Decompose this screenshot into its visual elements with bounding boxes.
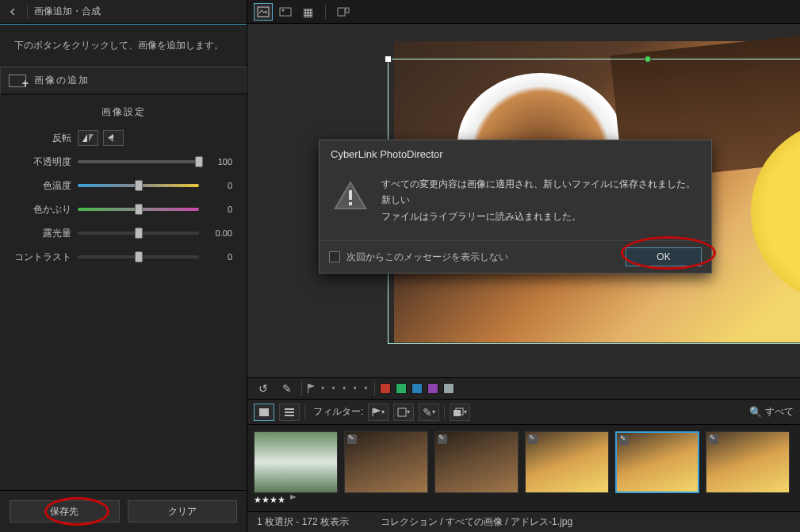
filter-label: フィルター:	[313, 405, 363, 419]
search-box[interactable]: 🔍 すべて	[749, 405, 794, 419]
thumbnail[interactable]	[525, 431, 609, 505]
ok-button[interactable]: OK	[626, 247, 702, 266]
dont-show-checkbox[interactable]: 次回からこのメッセージを表示しない	[329, 251, 508, 264]
rating-dots[interactable]: • • • • •	[321, 383, 369, 394]
thumb-large-button[interactable]	[254, 404, 274, 421]
thumbnail-image-selected[interactable]	[615, 431, 699, 493]
handle-icon[interactable]	[385, 55, 392, 63]
svg-rect-9	[285, 408, 294, 410]
filter-label-button[interactable]: ▾	[393, 404, 414, 421]
thumb-list-button[interactable]	[279, 404, 300, 421]
color-temp-row: 色温度 0	[14, 174, 232, 197]
thumbnail[interactable]	[344, 431, 428, 505]
dialog-line-1: すべての変更内容は画像に適用され、新しいファイルに保存されました。新しい	[381, 176, 699, 209]
canvas-area[interactable]: CyberLink PhotoDirector すべての変更内容は画像に適用され…	[247, 24, 800, 377]
dialog-line-2: ファイルはライブラリーに読み込まれました。	[381, 209, 699, 224]
svg-rect-13	[454, 410, 461, 416]
panel-footer: 保存先 クリア	[0, 490, 247, 532]
add-image-button[interactable]: 画像の追加	[0, 67, 247, 94]
warning-icon	[332, 179, 369, 211]
search-text: すべて	[765, 405, 794, 419]
top-toolbar: ▦	[247, 0, 800, 24]
contrast-row: コントラスト 0	[14, 246, 232, 268]
separator	[325, 5, 326, 19]
color-swatch-gray[interactable]	[443, 383, 454, 394]
stack-button[interactable]: ▾	[450, 404, 470, 421]
tint-label: 色かぶり	[14, 203, 71, 216]
save-to-button[interactable]: 保存先	[10, 500, 120, 522]
exposure-label: 露光量	[14, 227, 71, 240]
dialog: CyberLink PhotoDirector すべての変更内容は画像に適用され…	[319, 140, 712, 274]
thumbnail-image[interactable]	[434, 431, 519, 493]
tint-value: 0	[205, 205, 232, 214]
thumbnail-image[interactable]	[525, 431, 609, 493]
filter-bar: フィルター: ▾ ▾ ✎▾ ▾ 🔍 すべて	[247, 400, 800, 425]
brush-button[interactable]: ✎	[278, 380, 297, 397]
view-grid-button[interactable]: ▦	[298, 3, 317, 21]
thumbnail-image[interactable]	[344, 431, 428, 493]
rotate-handle-icon[interactable]	[645, 55, 652, 63]
status-selection: 1 枚選択 - 172 枚表示	[257, 515, 349, 529]
dialog-footer: 次回からこのメッセージを表示しない OK	[320, 240, 711, 273]
thumbnail[interactable]	[706, 431, 790, 505]
checkbox-icon	[329, 251, 340, 262]
flip-group	[78, 130, 124, 146]
edited-icon	[528, 434, 538, 444]
filter-flag-button[interactable]: ▾	[368, 404, 389, 421]
hint-text: 下のボタンをクリックして、画像を追加します。	[14, 34, 232, 67]
search-icon: 🔍	[749, 406, 762, 418]
edited-icon	[347, 434, 357, 444]
thumbnail-strip: ★★★★	[247, 425, 800, 511]
color-temp-slider[interactable]	[78, 184, 199, 187]
edited-icon	[709, 434, 718, 444]
divider	[27, 5, 28, 19]
color-swatch-blue[interactable]	[411, 383, 423, 394]
contrast-label: コントラスト	[14, 251, 71, 264]
thumbnail-image[interactable]	[706, 431, 790, 493]
thumbnail-rating: ★★★★	[254, 495, 338, 505]
thumbnail[interactable]	[434, 431, 519, 505]
view-compare-button[interactable]	[276, 3, 295, 21]
tint-row: 色かぶり 0	[14, 198, 232, 220]
thumbnail-image[interactable]	[254, 431, 338, 493]
edited-icon	[619, 435, 629, 445]
flag-icon[interactable]	[307, 383, 316, 394]
panel-header: 画像追加・合成	[0, 0, 247, 24]
opacity-value: 100	[205, 157, 232, 166]
color-swatch-red[interactable]	[380, 383, 391, 394]
clear-button[interactable]: クリア	[128, 500, 238, 522]
exposure-slider[interactable]	[78, 232, 199, 235]
section-title: 画像設定	[14, 105, 232, 119]
flip-label: 反転	[14, 132, 71, 145]
panel-body: 下のボタンをクリックして、画像を追加します。 画像の追加 画像設定 反転	[0, 25, 247, 490]
view-single-button[interactable]	[254, 3, 273, 21]
thumbnail[interactable]: ★★★★	[254, 431, 338, 505]
opacity-label: 不透明度	[14, 155, 71, 169]
fullscreen-button[interactable]	[334, 3, 353, 21]
color-swatch-purple[interactable]	[427, 383, 438, 394]
flip-vertical-button[interactable]	[103, 130, 124, 146]
separator	[304, 405, 305, 419]
opacity-slider[interactable]	[78, 160, 199, 163]
metadata-bar: ↺ ✎ • • • • •	[247, 377, 800, 400]
flip-horizontal-button[interactable]	[78, 130, 98, 146]
svg-rect-4	[346, 8, 349, 13]
color-swatch-green[interactable]	[396, 383, 407, 394]
back-button[interactable]	[5, 4, 21, 20]
opacity-row: 不透明度 100	[14, 151, 232, 173]
contrast-value: 0	[205, 252, 232, 262]
grid-icon: ▦	[303, 6, 313, 18]
thumbnail[interactable]	[615, 431, 699, 505]
panel-title: 画像追加・合成	[34, 5, 101, 18]
dialog-title: CyberLink PhotoDirector	[320, 140, 711, 168]
filter-edit-button[interactable]: ✎▾	[419, 404, 439, 421]
exposure-value: 0.00	[205, 228, 232, 238]
color-temp-value: 0	[205, 181, 232, 190]
edited-icon	[438, 434, 447, 444]
color-temp-label: 色温度	[14, 179, 71, 193]
rotate-left-button[interactable]: ↺	[254, 380, 273, 397]
exposure-row: 露光量 0.00	[14, 222, 232, 244]
tint-slider[interactable]	[78, 208, 199, 211]
contrast-slider[interactable]	[78, 255, 199, 258]
svg-rect-10	[285, 411, 294, 413]
